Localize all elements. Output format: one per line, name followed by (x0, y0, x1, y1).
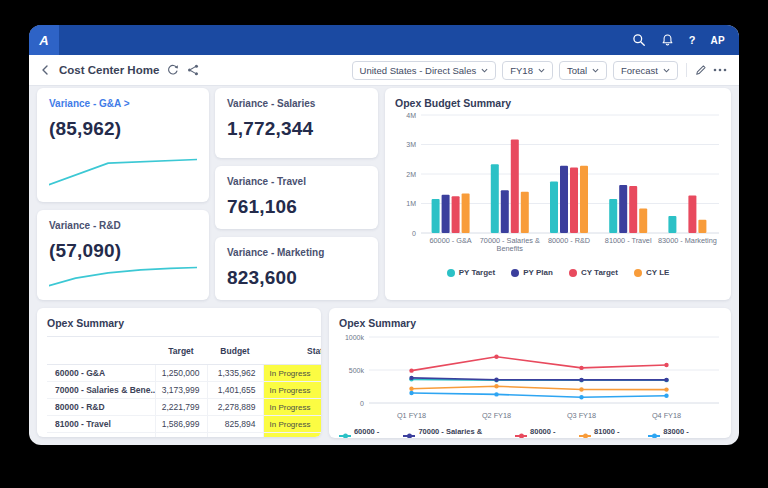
refresh-icon[interactable] (167, 64, 179, 76)
kpi-value-variance-gna: (85,962) (49, 118, 197, 140)
legend-item[interactable]: 83000 - Marketing (648, 427, 721, 438)
search-icon[interactable] (632, 33, 646, 47)
kpi-label-variance-rnd: Variance - R&D (49, 220, 197, 231)
selector-total[interactable]: Total (559, 61, 607, 80)
table-title: Opex Summary (47, 317, 311, 329)
notifications-bell-icon[interactable] (661, 33, 674, 47)
selector-fiscal-year[interactable]: FY18 (502, 61, 553, 80)
legend-item[interactable]: 70000 - Salaries & Benefits (403, 427, 506, 438)
table-header-row: Target Budget Status (47, 337, 321, 365)
svg-text:83000 - Marketing: 83000 - Marketing (658, 236, 717, 245)
selector-version[interactable]: Forecast (613, 61, 678, 80)
help-button[interactable]: ? (689, 34, 696, 46)
edit-pencil-icon[interactable] (695, 64, 707, 76)
status-cell[interactable]: In Progress (263, 365, 321, 382)
opex-summary-line-card: Opex Summary 0500k1000kQ1 FY18Q2 FY18Q3 … (329, 308, 731, 438)
kpi-card-variance-gna: Variance - G&A > (85,962) (37, 88, 209, 202)
table-row[interactable]: 80000 - R&D2,221,7992,278,889In Progress (47, 399, 321, 416)
topbar-actions: ? AP (632, 33, 739, 47)
budget-cell[interactable]: 446,000 (207, 433, 263, 438)
legend-item[interactable]: 81000 - Travel (579, 427, 639, 438)
svg-text:3M: 3M (406, 141, 416, 148)
opex-table-body: 60000 - G&A1,250,0001,335,962In Progress… (47, 365, 321, 438)
selector-label: Forecast (621, 65, 658, 76)
svg-text:0: 0 (412, 230, 416, 237)
sparkline-chart-rnd (49, 261, 197, 291)
back-chevron-icon[interactable] (41, 65, 49, 75)
legend-label: PY Plan (523, 268, 553, 277)
legend-label: CY LE (646, 268, 669, 277)
column-header-status[interactable]: Status (263, 337, 321, 365)
svg-text:Q1 FY18: Q1 FY18 (397, 411, 426, 420)
dashboard: A ? AP Cost Center Home United States - … (29, 25, 739, 445)
status-cell[interactable]: In Progress (263, 433, 321, 438)
opex-budget-summary-card: Opex Budget Summary 01M2M3M4M60000 - G&A… (385, 88, 731, 300)
legend-dot-icon (634, 269, 642, 277)
chevron-down-icon (592, 68, 599, 73)
selector-label: United States - Direct Sales (360, 65, 477, 76)
column-header-target[interactable]: Target (155, 337, 207, 365)
chevron-down-icon (481, 68, 488, 73)
top-navigation-bar: A ? AP (29, 25, 739, 55)
kpi-card-variance-marketing: Variance - Marketing 823,600 (215, 237, 378, 300)
target-cell[interactable]: 1,586,999 (155, 416, 207, 433)
legend-item[interactable]: CY Target (569, 268, 618, 277)
budget-cell[interactable]: 825,894 (207, 416, 263, 433)
status-cell[interactable]: In Progress (263, 399, 321, 416)
selector-label: Total (567, 65, 587, 76)
column-header-budget[interactable]: Budget (207, 337, 263, 365)
legend-line-marker-icon (339, 432, 351, 438)
legend-item[interactable]: PY Plan (511, 268, 553, 277)
budget-cell[interactable]: 1,401,655 (207, 382, 263, 399)
status-cell[interactable]: In Progress (263, 382, 321, 399)
legend-label: CY Target (581, 268, 618, 277)
user-avatar[interactable]: AP (711, 35, 726, 46)
legend-label: 81000 - Travel (594, 427, 639, 438)
chevron-right-icon: > (124, 98, 130, 109)
legend-label: 60000 - G&A (354, 427, 395, 438)
table-row[interactable]: 70000 - Salaries & Bene...3,173,9991,401… (47, 382, 321, 399)
budget-cell[interactable]: 2,278,889 (207, 399, 263, 416)
status-cell[interactable]: In Progress (263, 416, 321, 433)
share-icon[interactable] (187, 64, 199, 76)
legend-dot-icon (511, 269, 519, 277)
table-row[interactable]: 60000 - G&A1,250,0001,335,962In Progress (47, 365, 321, 382)
legend-item[interactable]: CY LE (634, 268, 669, 277)
table-row[interactable]: 81000 - Travel1,586,999825,894In Progres… (47, 416, 321, 433)
target-cell[interactable]: 1,250,000 (155, 365, 207, 382)
kpi-link-variance-gna[interactable]: Variance - G&A > (49, 98, 197, 109)
legend-dot-icon (569, 269, 577, 277)
legend-item[interactable]: 60000 - G&A (339, 427, 394, 438)
svg-text:Q2 FY18: Q2 FY18 (482, 411, 511, 420)
legend-item[interactable]: 80000 - R&D (515, 427, 570, 438)
bar-chart-legend: PY TargetPY PlanCY TargetCY LE (395, 268, 721, 277)
budget-cell[interactable]: 1,335,962 (207, 365, 263, 382)
svg-text:500k: 500k (349, 367, 365, 374)
svg-text:1000k: 1000k (345, 334, 365, 341)
opex-summary-table: Target Budget Status 60000 - G&A1,250,00… (47, 336, 321, 437)
table-row[interactable]: 83000 - Marketing1,269,600446,000In Prog… (47, 433, 321, 438)
chevron-down-icon (538, 68, 545, 73)
target-cell[interactable]: 1,269,600 (155, 433, 207, 438)
page-toolbar: Cost Center Home United States - Direct … (29, 55, 739, 86)
legend-label: 80000 - R&D (530, 427, 570, 438)
legend-line-marker-icon (648, 432, 660, 438)
context-selectors: United States - Direct Sales FY18 Total … (352, 61, 727, 80)
selector-geography[interactable]: United States - Direct Sales (352, 61, 497, 80)
svg-text:4M: 4M (406, 112, 416, 119)
row-label-cell: 80000 - R&D (47, 399, 155, 416)
legend-line-marker-icon (403, 432, 415, 438)
selector-label: FY18 (510, 65, 533, 76)
target-cell[interactable]: 2,221,799 (155, 399, 207, 416)
target-cell[interactable]: 3,173,999 (155, 382, 207, 399)
more-options-icon[interactable] (713, 68, 727, 72)
svg-text:1M: 1M (406, 200, 416, 207)
svg-text:Q3 FY18: Q3 FY18 (567, 411, 596, 420)
kpi-card-variance-travel: Variance - Travel 761,106 (215, 166, 378, 229)
line-chart-legend: 60000 - G&A70000 - Salaries & Benefits80… (339, 427, 721, 438)
kpi-label-variance-marketing: Variance - Marketing (227, 247, 366, 258)
sparkline-svg (49, 261, 197, 287)
bar-chart-svg: 01M2M3M4M60000 - G&A70000 - Salaries &Be… (395, 109, 721, 261)
anaplan-logo-icon[interactable]: A (29, 25, 59, 55)
legend-item[interactable]: PY Target (447, 268, 496, 277)
